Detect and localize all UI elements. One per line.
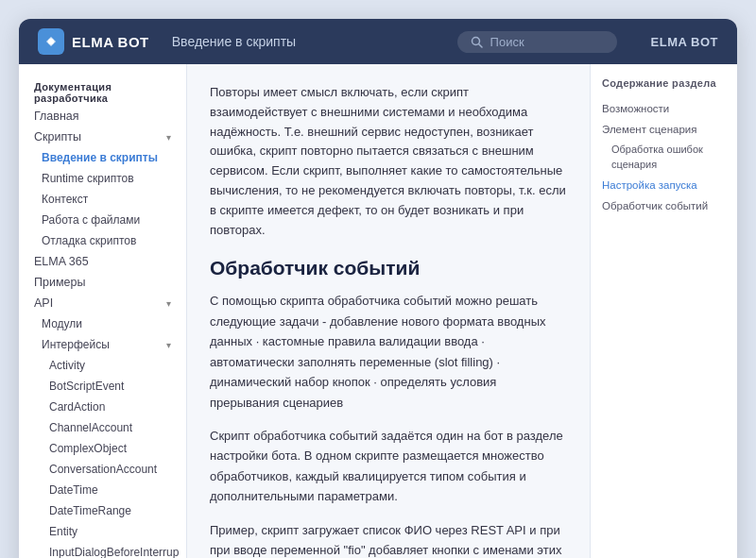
toc-sidebar: Содержание раздела ВозможностиЭлемент сц… xyxy=(590,64,737,558)
toc-item[interactable]: Обработка ошибок сценария xyxy=(602,140,726,175)
toc-item[interactable]: Элемент сценария xyxy=(602,119,726,140)
sidebar-item[interactable]: Entity xyxy=(19,521,186,542)
toc-title: Содержание раздела xyxy=(602,77,726,89)
topbar-title: Введение в скрипты xyxy=(172,34,296,49)
intro-text: Повторы имеет смысл включать, если скрип… xyxy=(210,83,567,240)
sidebar-item-label: BotScriptEvent xyxy=(49,380,124,393)
sidebar: Документация разработчика ГлавнаяСкрипты… xyxy=(19,64,187,558)
toc-items: ВозможностиЭлемент сценарияОбработка оши… xyxy=(602,98,726,216)
sidebar-item[interactable]: Контекст xyxy=(19,189,186,210)
section-text2: Скрипт обработчика событий задаётся один… xyxy=(210,426,567,507)
svg-line-2 xyxy=(478,43,482,47)
sidebar-item-label: DateTime xyxy=(49,483,98,497)
topbar: ELMA BOT Введение в скрипты ELMA BOT xyxy=(19,19,737,64)
logo: ELMA BOT xyxy=(38,28,149,55)
toc-item[interactable]: Обработчик событий xyxy=(602,195,726,216)
sidebar-item[interactable]: API▾ xyxy=(19,293,186,313)
section-text3: Пример, скрипт загружает список ФИО чере… xyxy=(210,520,567,558)
chevron-down-icon: ▾ xyxy=(166,298,171,309)
section-text1: С помощью скрипта обработчика событий мо… xyxy=(210,291,567,413)
section-heading: Обработчик событий xyxy=(210,257,567,279)
sidebar-item-label: ELMA 365 xyxy=(34,255,89,268)
sidebar-item[interactable]: Activity xyxy=(19,355,186,376)
sidebar-item[interactable]: Введение в скрипты xyxy=(19,147,186,168)
search-input[interactable] xyxy=(490,35,604,49)
svg-point-0 xyxy=(48,39,54,44)
layout: Документация разработчика ГлавнаяСкрипты… xyxy=(19,64,737,558)
chevron-down-icon: ▾ xyxy=(166,132,171,143)
sidebar-item[interactable]: ELMA 365 xyxy=(19,251,186,272)
sidebar-item[interactable]: Работа с файлами xyxy=(19,210,186,230)
sidebar-item-label: ConversationAccount xyxy=(49,463,157,476)
sidebar-item[interactable]: ConversationAccount xyxy=(19,459,186,480)
sidebar-item[interactable]: Примеры xyxy=(19,272,186,293)
sidebar-item[interactable]: Модули xyxy=(19,313,186,334)
sidebar-item[interactable]: InputDialogBeforeInterrup xyxy=(19,542,186,558)
sidebar-doc-title: Документация разработчика xyxy=(19,77,186,106)
sidebar-item-label: Entity xyxy=(49,525,77,538)
sidebar-item-label: DateTimeRange xyxy=(49,504,131,517)
app-window: ELMA BOT Введение в скрипты ELMA BOT Док… xyxy=(19,19,737,558)
chevron-down-icon: ▾ xyxy=(166,340,171,350)
sidebar-item-label: Скрипты xyxy=(34,130,81,144)
sidebar-item[interactable]: BotScriptEvent xyxy=(19,376,186,397)
sidebar-item-label: InputDialogBeforeInterrup xyxy=(49,546,179,558)
sidebar-item-label: Отладка скриптов xyxy=(42,234,136,247)
sidebar-item[interactable]: DateTime xyxy=(19,480,186,500)
search-box[interactable] xyxy=(457,31,617,53)
sidebar-item[interactable]: Скрипты▾ xyxy=(19,127,186,147)
sidebar-item[interactable]: CardAction xyxy=(19,397,186,417)
logo-icon xyxy=(38,28,64,55)
sidebar-item-label: ComplexObject xyxy=(49,442,127,455)
sidebar-item-label: Activity xyxy=(49,359,85,372)
sidebar-item-label: Главная xyxy=(34,110,79,123)
sidebar-item-label: Runtime скриптов xyxy=(42,172,134,185)
sidebar-item[interactable]: Главная xyxy=(19,106,186,127)
sidebar-item-label: Модули xyxy=(42,317,82,330)
sidebar-item[interactable]: ComplexObject xyxy=(19,438,186,459)
main-content: Повторы имеет смысл включать, если скрип… xyxy=(187,64,590,558)
toc-item[interactable]: Настройка запуска xyxy=(602,175,726,195)
sidebar-item-label: API xyxy=(34,296,53,310)
sidebar-item-label: Введение в скрипты xyxy=(42,151,158,164)
sidebar-item[interactable]: Интерфейсы▾ xyxy=(19,334,186,355)
sidebar-item-label: Контекст xyxy=(42,193,88,206)
sidebar-item-label: CardAction xyxy=(49,400,105,414)
sidebar-item[interactable]: ChannelAccount xyxy=(19,417,186,438)
sidebar-item-label: Примеры xyxy=(34,276,85,289)
sidebar-item[interactable]: Отладка скриптов xyxy=(19,230,186,251)
sidebar-item[interactable]: DateTimeRange xyxy=(19,500,186,521)
toc-item[interactable]: Возможности xyxy=(602,98,726,119)
logo-text: ELMA BOT xyxy=(72,34,149,50)
sidebar-item[interactable]: Runtime скриптов xyxy=(19,168,186,189)
sidebar-item-label: Интерфейсы xyxy=(42,338,110,351)
sidebar-item-label: ChannelAccount xyxy=(49,421,132,434)
search-icon xyxy=(471,36,483,48)
sidebar-item-label: Работа с файлами xyxy=(42,213,140,227)
topbar-right-label: ELMA BOT xyxy=(651,35,718,49)
